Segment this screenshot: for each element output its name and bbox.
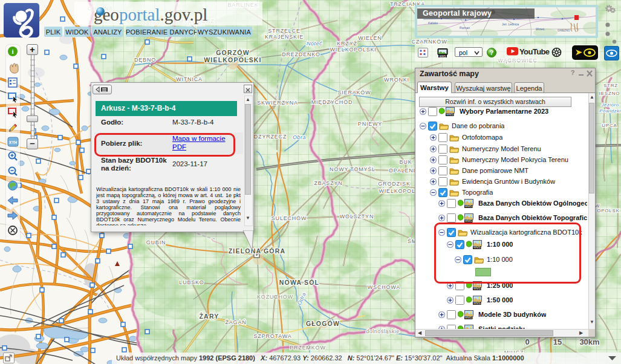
svg-text:STRZ: STRZ bbox=[603, 83, 618, 88]
svg-text:GNIEZNO: GNIEZNO bbox=[558, 29, 570, 32]
svg-text:WIELEŃ: WIELEŃ bbox=[358, 35, 382, 41]
svg-text:PRZEMKÓW: PRZEMKÓW bbox=[290, 345, 325, 351]
svg-text:Wrześ.: Wrześ. bbox=[536, 27, 545, 31]
svg-text:Jezioro: Jezioro bbox=[600, 102, 619, 108]
svg-text:ŻAGAŃ: ŻAGAŃ bbox=[225, 319, 246, 325]
svg-text:WOLSZTYN: WOLSZTYN bbox=[340, 213, 374, 219]
svg-text:GORZÓW: GORZÓW bbox=[216, 49, 250, 56]
svg-text:WRONKI: WRONKI bbox=[384, 77, 409, 83]
svg-text:SIERAKÓW: SIERAKÓW bbox=[338, 89, 371, 96]
svg-text:WIELKOPOLSKI: WIELKOPOLSKI bbox=[204, 56, 261, 63]
svg-text:WMS: WMS bbox=[465, 316, 472, 319]
svg-text:MIĘDZYCHÓD: MIĘDZYCHÓD bbox=[311, 99, 353, 105]
svg-text:IESZNO: IESZNO bbox=[599, 91, 620, 96]
svg-text:GUBIN: GUBIN bbox=[146, 239, 166, 245]
svg-text:WSCHOWA: WSCHOWA bbox=[368, 284, 400, 290]
svg-text:DĘBNO: DĘBNO bbox=[134, 57, 156, 63]
svg-text:ZBĄSZYN: ZBĄSZYN bbox=[314, 180, 342, 186]
svg-text:KRAJEŃSKIE: KRAJEŃSKIE bbox=[265, 34, 304, 40]
svg-text:ZIELONA GÓRA: ZIELONA GÓRA bbox=[229, 247, 286, 255]
svg-text:Powidzki: Powidzki bbox=[599, 108, 621, 114]
svg-text:i: i bbox=[11, 48, 13, 55]
svg-text:GRODZISK: GRODZISK bbox=[378, 181, 410, 187]
svg-text:ŻARY: ŻARY bbox=[200, 313, 219, 320]
svg-text:NOWY TOMYŚL: NOWY TOMYŚL bbox=[330, 166, 376, 172]
svg-text:NOWA SÓL: NOWA SÓL bbox=[279, 279, 319, 286]
svg-text:dolnośląskie: dolnośląskie bbox=[366, 328, 400, 334]
svg-text:WMS: WMS bbox=[446, 113, 454, 116]
svg-text:DREZDENKO: DREZDENKO bbox=[282, 51, 320, 57]
svg-text:OPOLSK: OPOLSK bbox=[597, 208, 620, 213]
svg-text:30km: 30km bbox=[579, 337, 599, 346]
svg-text:WMS: WMS bbox=[473, 302, 481, 305]
svg-text:WIELKOPOLSKI: WIELKOPOLSKI bbox=[330, 47, 376, 53]
svg-text:Obra: Obra bbox=[293, 134, 306, 140]
svg-text:15: 15 bbox=[553, 337, 562, 346]
svg-text:STRZELCE: STRZELCE bbox=[268, 28, 300, 34]
svg-text:WITNICA: WITNICA bbox=[176, 76, 203, 82]
svg-text:KRZYŻ: KRZYŻ bbox=[337, 41, 357, 47]
svg-text:W: W bbox=[595, 203, 600, 209]
svg-text:GŁOGÓW: GŁOGÓW bbox=[306, 320, 340, 327]
svg-text:XYH: XYH bbox=[9, 140, 18, 145]
svg-text:WMS: WMS bbox=[465, 205, 472, 208]
svg-text:PNIEWY: PNIEWY bbox=[358, 121, 382, 127]
svg-text:0: 0 bbox=[525, 337, 529, 346]
svg-text:SULECHÓW: SULECHÓW bbox=[271, 215, 307, 221]
svg-text:Noteć: Noteć bbox=[307, 41, 322, 47]
svg-text:WMS: WMS bbox=[440, 55, 446, 57]
svg-text:BUK: BUK bbox=[400, 159, 412, 165]
svg-text:KOŻUCHÓW: KOŻUCHÓW bbox=[257, 294, 293, 300]
svg-text:LUBSKO: LUBSKO bbox=[179, 279, 204, 285]
svg-text:UPCA: UPCA bbox=[602, 123, 617, 128]
svg-text:SZPROTAWA: SZPROTAWA bbox=[254, 333, 292, 339]
svg-text:WIELKOPOLS: WIELKOPOLS bbox=[379, 188, 419, 194]
svg-text:Jez. Lednica: Jez. Lednica bbox=[502, 22, 519, 26]
svg-text:Poznań: Poznań bbox=[460, 26, 470, 30]
svg-text:WMS: WMS bbox=[473, 287, 481, 290]
svg-text:?: ? bbox=[490, 49, 493, 56]
svg-text:SKWIERZYNA: SKWIERZYNA bbox=[257, 100, 298, 106]
svg-text:Kalisko: Kalisko bbox=[428, 21, 438, 25]
svg-text:DZYRZECZ: DZYRZECZ bbox=[254, 134, 287, 140]
